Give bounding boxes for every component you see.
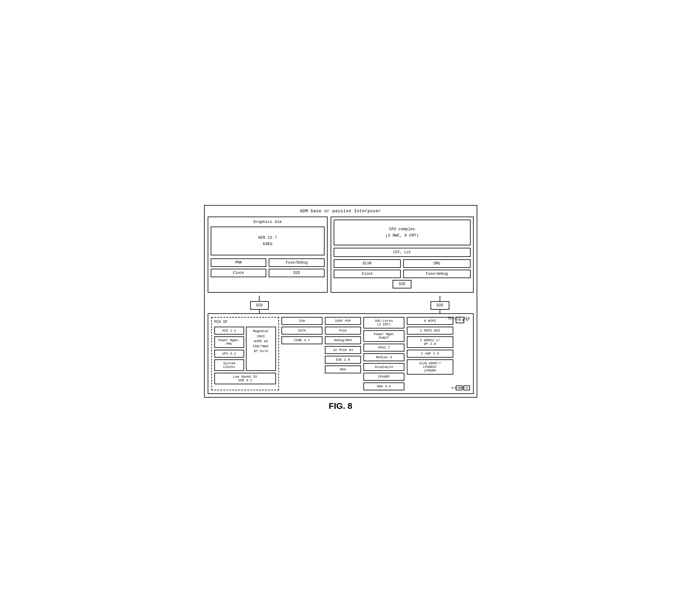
display-col: 6 MIPI 2 MIPI DSI 2 HDMI2.1/DP 2.0 2 eDP… <box>407 317 453 390</box>
ese-box: ESE 1.0 <box>325 356 361 364</box>
d2d-v2: D2D <box>463 385 470 390</box>
low-speed-text: Low Speed IOUSB 3.1 <box>233 375 257 382</box>
cpu-clock-box: Clock <box>334 270 401 278</box>
csme-box: CSME 4.7 <box>281 337 323 344</box>
d2d-v2-text: D2D <box>458 387 468 389</box>
iosf-psf-box: IOSF PSF <box>325 317 361 325</box>
hdmi-box: 2 HDMI2.1/DP 2.0 <box>407 337 453 348</box>
cpu-d2d-connector: D2D <box>334 280 471 289</box>
top-section: Graphics die GEN 12.764EU PMA Fuse/Debug… <box>208 217 474 293</box>
display14-box: Display14 <box>363 363 404 371</box>
top-connectors: D2D D2D <box>208 296 474 313</box>
magnetar-text: Magnetar CNVIWIR5 w2CD8/TBDCBT 5x/6 <box>253 329 269 353</box>
middle-col: ISH SATA CSME 4.7 <box>281 317 323 390</box>
debug-npk-box: Debug/NPK <box>325 337 361 344</box>
gen-box: GEN 12.764EU <box>211 226 325 256</box>
ish-box: ISH <box>281 317 323 325</box>
graphics-die-label: Graphics die <box>211 220 325 224</box>
outer-label: ADM base or passive Interposer <box>208 209 474 214</box>
bottom-d2d-right: D2D <box>430 301 449 310</box>
cpu-section: CPU complex(2 RWC, 8 CMT) CCF, LLC DLVR … <box>331 217 474 293</box>
cpu-d2d-box: D2D <box>393 280 411 289</box>
cpu-complex-box: CPU complex(2 RWC, 8 CMT) <box>334 220 471 246</box>
pch-ace: ACE 1.x <box>215 327 245 334</box>
edp-box: 2 eDP 1.5 <box>407 350 453 357</box>
pch-system-clocks: System Clocks <box>215 359 245 371</box>
power-mgmt-punit-text: Power MgmtPUNIT <box>374 332 394 340</box>
pch-label: PCH IP <box>215 320 276 324</box>
pcie-box: 12 PCIe G4 <box>325 346 361 354</box>
pmc-d2d-section: PMC D2D D2D <box>456 317 470 390</box>
pch-ufs: UFS 3.1 <box>215 350 245 357</box>
gen-text: GEN 12.764EU <box>258 235 277 246</box>
graphics-clock-d2d-row: Clock D2D <box>211 269 325 277</box>
dmu-box: DMU <box>403 259 470 268</box>
gbe-box: Gbe <box>325 366 361 373</box>
media-box: Media1.3 <box>363 353 404 361</box>
pmc-box: PMC <box>456 317 464 323</box>
cpu-complex-text: CPU complex(2 RWC, 8 CMT) <box>385 227 419 238</box>
left-vert-line <box>259 296 259 301</box>
pmc-text: PMC <box>458 319 469 321</box>
ccf-box: CCF, LLC <box>334 248 471 257</box>
mipi6-box: 6 MIPI <box>407 317 453 325</box>
graphics-d2d-box: D2D <box>269 269 325 277</box>
cpu-dlvr-dmu-row: DLVR DMU <box>334 259 471 268</box>
gna-box: GNA 3.5 <box>363 382 404 390</box>
right-vert-line2 <box>439 310 440 313</box>
d2d-vertical-pair: D2D D2D <box>456 385 470 390</box>
graphics-die: Graphics die GEN 12.764EU PMA Fuse/Debug… <box>208 217 328 293</box>
bottom-d2d-left: D2D <box>250 301 269 310</box>
graphics-bottom-row: PMA Fuse/Debug <box>211 259 325 267</box>
cpu-clock-fuse-row: Clock Fuse/debug <box>334 270 471 278</box>
vpu-box: VPU2.7 <box>363 344 404 351</box>
hdmi-text: 2 HDMI2.1/DP 2.0 <box>420 339 440 346</box>
pch-magnetar: Magnetar CNVIWIR5 w2CD8/TBDCBT 5x/6 <box>246 327 276 371</box>
left-vert-line2 <box>259 310 259 313</box>
dlvr-box: DLVR <box>334 259 401 268</box>
fuse-debug-box: Fuse/Debug <box>269 259 325 267</box>
fuse-box: Fuse <box>325 327 361 334</box>
soc-cores-text: SOC-Cores(2 CMT) <box>375 319 393 326</box>
left-connector-wrapper: D2D <box>250 296 269 313</box>
pch-power-mgmt: Power Mgmt-PMC <box>215 337 245 348</box>
sata-box: SATA <box>281 327 323 334</box>
ddr-box: X128 DDR5*/LPDDR4/LPDDR5 <box>407 359 453 375</box>
power-mgmt-punit-box: Power MgmtPUNIT <box>363 330 404 342</box>
fig-label: FIG. 8 <box>204 401 477 411</box>
soc-col: SOC-Cores(2 CMT) Power MgmtPUNIT VPU2.7 … <box>363 317 404 390</box>
pch-low-speed: Low Speed IOUSB 3.1 <box>215 373 276 384</box>
iosf-col: IOSF PSF Fuse Debug/NPK 12 PCIe G4 ESE 1… <box>325 317 361 390</box>
pch-dashed: PCH IP ACE 1.x Magnetar CNVIWIR5 w2CD8/T… <box>211 317 279 390</box>
soc-cores-box: SOC-Cores(2 CMT) <box>363 317 404 328</box>
bottom-section: SoCall die PCH IP ACE 1.x Magnetar CNVIW… <box>208 313 474 394</box>
graphics-clock-box: Clock <box>211 269 267 277</box>
right-connector-wrapper: D2D <box>430 296 449 313</box>
mipi2dsi-box: 2 MIPI DSI <box>407 327 453 334</box>
pch-grid: ACE 1.x Magnetar CNVIWIR5 w2CD8/TBDCBT 5… <box>215 327 276 384</box>
page-container: ADM base or passive Interposer Graphics … <box>204 205 477 411</box>
ddr-text: X128 DDR5*/LPDDR4/LPDDR5 <box>419 361 441 372</box>
pma-box: PMA <box>211 259 267 267</box>
outer-border: ADM base or passive Interposer Graphics … <box>204 205 477 398</box>
right-vert-line <box>439 296 440 301</box>
cpu-fuse-debug-box: Fuse/debug <box>403 270 470 278</box>
ipu-box: IPU6EP <box>363 373 404 381</box>
